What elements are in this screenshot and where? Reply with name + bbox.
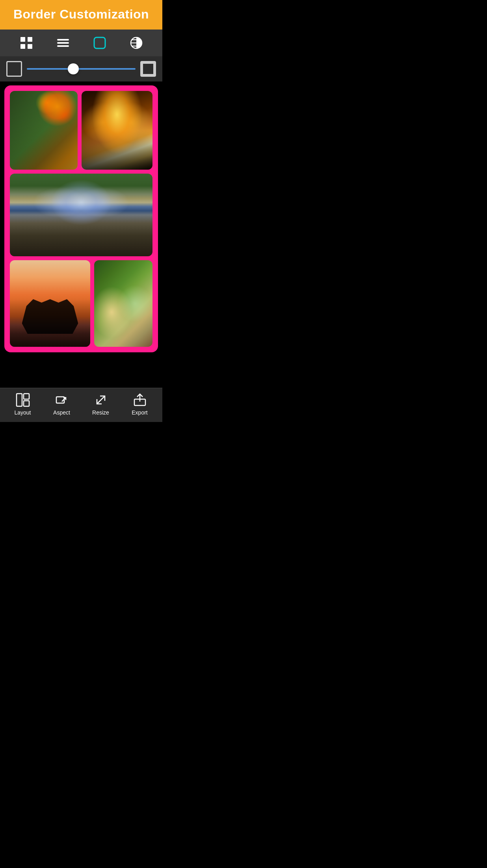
collage-cell-festival-balloons[interactable] xyxy=(10,91,78,170)
collage-grid xyxy=(10,91,152,347)
svg-rect-1 xyxy=(28,37,32,42)
svg-rect-14 xyxy=(24,401,29,406)
border-size-large xyxy=(140,61,156,77)
header: Border Customization xyxy=(0,0,162,30)
layout-label: Layout xyxy=(14,409,31,416)
collage-cell-stage-crowd[interactable] xyxy=(10,174,152,256)
slider-row xyxy=(0,56,162,81)
svg-rect-0 xyxy=(20,37,25,42)
svg-rect-2 xyxy=(20,44,25,49)
svg-line-18 xyxy=(97,396,105,404)
svg-rect-12 xyxy=(17,394,22,406)
aspect-label: Aspect xyxy=(53,409,70,416)
bottom-nav: Layout Aspect Resize xyxy=(0,388,162,422)
aspect-icon xyxy=(55,393,69,407)
export-icon xyxy=(133,393,147,407)
svg-rect-13 xyxy=(24,394,29,399)
layout-icon xyxy=(16,393,30,407)
resize-label: Resize xyxy=(92,409,109,416)
border-slider-container xyxy=(27,61,136,77)
collage-cell-concert-lights[interactable] xyxy=(82,91,152,170)
svg-rect-4 xyxy=(57,39,69,41)
collage-wrapper xyxy=(4,85,158,352)
menu-icon[interactable] xyxy=(54,34,72,52)
canvas-spacer xyxy=(0,356,162,388)
border-size-small xyxy=(6,61,22,77)
collage-cell-festival-girls[interactable] xyxy=(94,260,152,347)
border-size-slider[interactable] xyxy=(27,68,136,70)
nav-item-resize[interactable]: Resize xyxy=(87,393,115,416)
collage-row-3 xyxy=(10,260,152,347)
grid-icon[interactable] xyxy=(18,34,35,52)
collage-row-1 xyxy=(10,91,152,170)
svg-rect-7 xyxy=(94,37,105,48)
collage-cell-friends-sunset[interactable] xyxy=(10,260,90,347)
filter-icon[interactable] xyxy=(128,34,145,52)
border-icon[interactable] xyxy=(91,34,108,52)
canvas-area xyxy=(0,81,162,356)
resize-icon xyxy=(94,393,108,407)
nav-item-layout[interactable]: Layout xyxy=(9,393,37,416)
svg-rect-3 xyxy=(28,44,32,49)
svg-rect-5 xyxy=(57,42,69,44)
nav-item-aspect[interactable]: Aspect xyxy=(48,393,76,416)
collage-row-2 xyxy=(10,174,152,256)
nav-item-export[interactable]: Export xyxy=(126,393,154,416)
svg-rect-6 xyxy=(57,45,69,47)
export-label: Export xyxy=(132,409,147,416)
toolbar xyxy=(0,30,162,56)
page-title: Border Customization xyxy=(6,7,156,22)
